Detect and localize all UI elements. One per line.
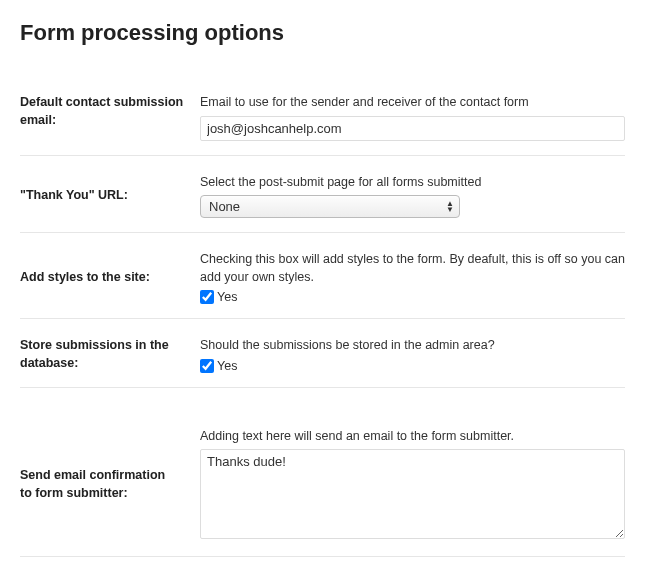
- checkbox-label-store-submissions: Yes: [217, 359, 237, 373]
- row-email-confirmation: Send email confirmation to form submitte…: [20, 388, 625, 558]
- label-email-confirmation: Send email confirmation to form submitte…: [20, 467, 200, 502]
- desc-thankyou-url: Select the post-submit page for all form…: [200, 174, 625, 192]
- desc-email-confirmation: Adding text here will send an email to t…: [200, 428, 625, 446]
- checkbox-label-add-styles: Yes: [217, 290, 237, 304]
- desc-default-email: Email to use for the sender and receiver…: [200, 94, 625, 112]
- row-add-styles: Add styles to the site: Checking this bo…: [20, 233, 625, 319]
- row-store-submissions: Store submissions in the database: Shoul…: [20, 319, 625, 388]
- textarea-email-confirmation[interactable]: [200, 449, 625, 539]
- desc-store-submissions: Should the submissions be stored in the …: [200, 337, 625, 355]
- checkbox-store-submissions[interactable]: [200, 359, 214, 373]
- checkbox-add-styles[interactable]: [200, 290, 214, 304]
- desc-add-styles: Checking this box will add styles to the…: [200, 251, 625, 286]
- label-store-submissions: Store submissions in the database:: [20, 337, 200, 372]
- input-default-email[interactable]: [200, 116, 625, 141]
- label-default-email: Default contact submission email:: [20, 94, 200, 129]
- select-thankyou-url[interactable]: None: [200, 195, 460, 218]
- row-default-email: Default contact submission email: Email …: [20, 76, 625, 156]
- label-add-styles: Add styles to the site:: [20, 269, 200, 287]
- label-thankyou-url: "Thank You" URL:: [20, 187, 200, 205]
- row-thankyou-url: "Thank You" URL: Select the post-submit …: [20, 156, 625, 234]
- page-title: Form processing options: [20, 20, 625, 46]
